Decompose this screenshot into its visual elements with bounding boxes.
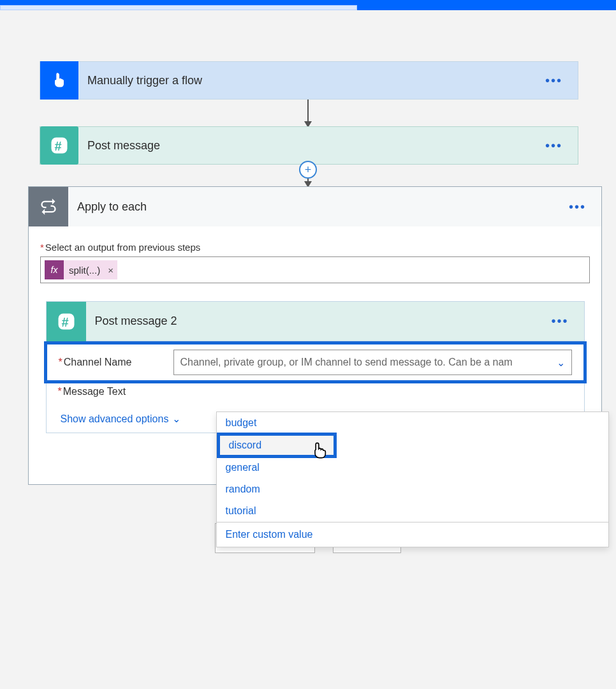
channel-name-combobox[interactable]: Channel, private group, or IM channel to… xyxy=(173,350,572,375)
svg-text:#: # xyxy=(61,315,68,329)
post-message-2-header[interactable]: # Post message 2 ••• xyxy=(47,302,584,341)
post-message-2-card: # Post message 2 ••• *Channel Name Chann… xyxy=(46,301,585,433)
dropdown-option-random[interactable]: random xyxy=(217,478,608,500)
sub-chrome-bar xyxy=(0,5,357,10)
chevron-down-icon: ⌄ xyxy=(557,357,565,369)
chevron-down-icon: ⌄ xyxy=(172,413,180,425)
trigger-menu-button[interactable]: ••• xyxy=(545,73,578,88)
trigger-card[interactable]: Manually trigger a flow ••• xyxy=(40,61,578,100)
post-message-menu-button[interactable]: ••• xyxy=(545,138,578,153)
apply-title: Apply to each xyxy=(68,200,569,214)
dropdown-option-tutorial[interactable]: tutorial xyxy=(217,500,608,522)
output-expression-input[interactable]: fx split(...) × xyxy=(40,256,590,283)
hashtag-icon: # xyxy=(47,302,86,341)
output-label-text: Select an output from previous steps xyxy=(45,242,200,253)
expression-token: fx split(...) × xyxy=(45,260,117,279)
remove-token-button[interactable]: × xyxy=(104,265,117,276)
channel-name-label: *Channel Name xyxy=(59,357,173,368)
svg-text:#: # xyxy=(55,139,62,153)
hashtag-icon: # xyxy=(40,126,78,165)
post-message-2-menu-button[interactable]: ••• xyxy=(551,314,583,329)
dropdown-option-general[interactable]: general xyxy=(217,457,608,478)
advanced-text: Show advanced options xyxy=(61,413,169,425)
post-message-title: Post message xyxy=(78,139,545,152)
touch-icon xyxy=(40,61,78,100)
fx-icon: fx xyxy=(45,260,64,279)
channel-name-row: *Channel Name Channel, private group, or… xyxy=(44,341,587,383)
apply-to-each-header[interactable]: Apply to each ••• xyxy=(29,187,601,226)
dropdown-custom-value[interactable]: Enter custom value xyxy=(217,522,608,547)
loop-icon xyxy=(29,187,68,226)
token-text: split(...) xyxy=(69,265,104,276)
add-step-button[interactable]: + xyxy=(299,161,317,179)
channel-placeholder-text: Channel, private group, or IM channel to… xyxy=(180,357,513,368)
post-message-card[interactable]: # Post message ••• xyxy=(40,126,578,165)
channel-dropdown: budget discord general random tutorial E… xyxy=(216,411,609,547)
dropdown-option-budget[interactable]: budget xyxy=(217,412,608,434)
apply-to-each-card: Apply to each ••• *Select an output from… xyxy=(28,186,602,485)
dropdown-option-discord[interactable]: discord xyxy=(217,433,337,458)
flow-canvas: Manually trigger a flow ••• # Post messa… xyxy=(0,61,616,553)
apply-menu-button[interactable]: ••• xyxy=(569,200,601,214)
post-message-2-title: Post message 2 xyxy=(86,315,552,328)
arrow-connector xyxy=(307,100,309,126)
output-field-label: *Select an output from previous steps xyxy=(40,242,590,253)
message-text-row: *Message Text xyxy=(47,383,584,405)
trigger-title: Manually trigger a flow xyxy=(78,74,545,87)
message-label-text: Message Text xyxy=(63,386,126,397)
channel-label-text: Channel Name xyxy=(64,357,132,367)
show-advanced-options-link[interactable]: Show advanced options ⌄ xyxy=(47,405,195,433)
message-text-label: *Message Text xyxy=(58,386,173,397)
